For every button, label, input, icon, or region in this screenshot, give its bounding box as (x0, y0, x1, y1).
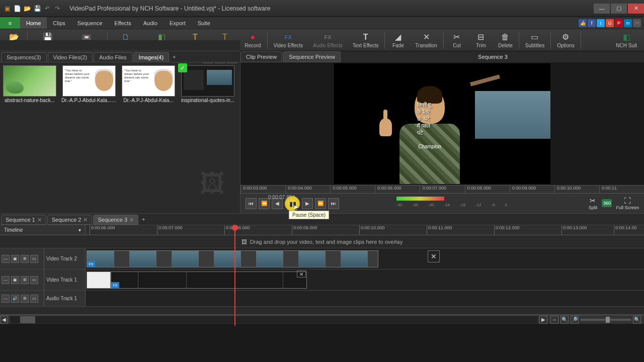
track-toggle-icon[interactable]: — (2, 255, 10, 263)
go-start-button[interactable]: ⏮ (246, 198, 257, 209)
next-frame-button[interactable]: ⏩ (315, 198, 326, 209)
timeline-ruler[interactable]: 0:00:06.000 0:00:07.000 0:00:08.000 0:00… (86, 225, 644, 235)
menu-export[interactable]: Export (164, 17, 192, 29)
images-bin-tab[interactable]: Images (4) (133, 52, 170, 62)
bin-item[interactable]: abstract-nature-back... (2, 65, 57, 103)
split-button[interactable]: ✂Split (588, 197, 598, 210)
zoom-slider[interactable] (581, 319, 631, 321)
pause-button[interactable]: ▮▮ ➤ (285, 196, 300, 211)
delete-button[interactable]: 🗑Delete (493, 31, 518, 49)
undo-icon[interactable]: ↶ (43, 5, 51, 13)
track-toggle-icon[interactable]: — (2, 276, 10, 284)
thumbnail-kalam-1: "You have to dream before your dreams ca… (62, 65, 116, 97)
tooltip: Pause (Space) (289, 211, 329, 219)
scroll-left-button[interactable]: ◀ (0, 316, 8, 324)
track-content[interactable]: FX ✕ (86, 269, 644, 290)
video-files-bin-tab[interactable]: Video Files (2) (48, 52, 93, 62)
new-icon[interactable]: 📄 (13, 5, 21, 13)
add-sequence-tab[interactable]: + (138, 214, 148, 225)
track-mute-icon[interactable]: 🔊 (11, 295, 19, 303)
track-content[interactable]: FX ✕ (86, 248, 644, 269)
menu-audio[interactable]: Audio (137, 17, 164, 29)
maximize-button[interactable]: ▢ (611, 4, 627, 14)
sequence-preview-tab[interactable]: Sequence Preview (283, 51, 341, 62)
fit-button[interactable]: ↔ (550, 316, 558, 324)
track-preview-icon[interactable]: ▣ (11, 255, 19, 263)
close-button[interactable]: ✕ (628, 4, 644, 14)
track-preview-icon[interactable]: ▣ (11, 276, 19, 284)
file-menu-button[interactable]: ≡ (0, 17, 20, 29)
clip-transition-icon[interactable]: ✕ (297, 270, 306, 278)
timeline-mode-selector[interactable]: Timeline▾ (0, 225, 86, 235)
track-link-icon[interactable]: ⊞ (21, 255, 29, 263)
track-link-icon[interactable]: ⊞ (21, 276, 29, 284)
preview-ruler[interactable]: 0:00:03.0000:00:04.000 0:00:05.0000:00:0… (240, 185, 644, 193)
share-icon[interactable]: ⋯ (633, 19, 641, 27)
add-bin-tab[interactable]: + (169, 51, 179, 62)
trim-button[interactable]: ⊟Trim (469, 31, 493, 49)
like-icon[interactable]: 👍 (579, 19, 587, 27)
clip-preview-tab[interactable]: Clip Preview (240, 51, 282, 62)
overlay-icon: 🖼 (242, 239, 247, 245)
minimize-button[interactable]: — (594, 4, 610, 14)
zoom-in-button[interactable]: 🔎 (571, 316, 579, 324)
audio-effects-button[interactable]: FXAudio Effects (308, 31, 348, 49)
record-button[interactable]: ●Record (239, 31, 266, 49)
subtitles-button[interactable]: ▭Subtitles (520, 31, 549, 49)
vu-meter: -42-36 -30-24 -18-12 -60 (396, 197, 507, 211)
zoom-out-button[interactable]: 🔍 (560, 316, 569, 324)
google-icon[interactable]: G (606, 19, 614, 27)
sequence-2-tab[interactable]: Sequence 2✕ (47, 215, 93, 225)
preview-title: Sequence 3 (342, 51, 644, 62)
track-link-icon[interactable]: ⊞ (21, 295, 29, 303)
video-clip[interactable]: FX (87, 250, 378, 267)
clip-transition-icon[interactable]: ✕ (428, 250, 440, 262)
scroll-right-button[interactable]: ▶ (539, 316, 547, 324)
sequence-3-tab[interactable]: Sequence 3✕ (93, 215, 138, 225)
save-icon[interactable]: 💾 (33, 5, 41, 13)
sequence-1-tab[interactable]: Sequence 1✕ (1, 215, 46, 225)
open-icon[interactable]: 📂 (23, 5, 31, 13)
track-fx-icon[interactable]: ▭ (30, 255, 38, 263)
fullscreen-button[interactable]: ⛶Full Screen (616, 197, 639, 210)
playhead[interactable] (234, 225, 235, 326)
go-end-button[interactable]: ⏭ (328, 198, 339, 209)
twitter-icon[interactable]: t (597, 19, 605, 27)
audio-files-bin-tab[interactable]: Audio Files (94, 52, 132, 62)
menu-sequence[interactable]: Sequence (71, 17, 109, 29)
image-clip-quote[interactable] (87, 272, 111, 289)
image-clip-inspirational[interactable]: FX (111, 272, 307, 289)
menu-suite[interactable]: Suite (192, 17, 216, 29)
menu-clips[interactable]: Clips (47, 17, 71, 29)
redo-icon[interactable]: ↷ (53, 5, 61, 13)
track-fx-icon[interactable]: ▭ (30, 276, 38, 284)
step-forward-button[interactable]: ▶ (302, 198, 313, 209)
close-icon[interactable]: ✕ (129, 217, 134, 223)
horizontal-scrollbar[interactable] (10, 316, 537, 323)
linkedin-icon[interactable]: in (624, 19, 632, 27)
360-button[interactable]: 360 (602, 199, 612, 208)
text-effects-button[interactable]: TText Effects (348, 31, 384, 49)
menu-home[interactable]: Home (20, 17, 47, 29)
track-content[interactable] (86, 291, 644, 306)
menu-effects[interactable]: Effects (108, 17, 137, 29)
overlay-drop-hint[interactable]: 🖼 Drag and drop your video, text and ima… (0, 235, 644, 248)
options-button[interactable]: ⚙Options (552, 31, 579, 49)
bin-item[interactable]: "You have to dream before your dreams ca… (61, 65, 117, 103)
close-icon[interactable]: ✕ (83, 217, 88, 223)
pinterest-icon[interactable]: P (615, 19, 623, 27)
track-toggle-icon[interactable]: — (2, 295, 10, 303)
bin-item[interactable]: ✓ inspirational-quotes-in... (180, 65, 235, 103)
close-icon[interactable]: ✕ (37, 217, 42, 223)
selected-check-icon: ✓ (178, 63, 187, 72)
bin-item[interactable]: "You have to dream before your dreams ca… (121, 65, 176, 103)
cut-button[interactable]: ✂Cut (445, 31, 469, 49)
fade-button[interactable]: ◢Fade (386, 31, 410, 49)
zoom-full-button[interactable]: 🔍 (633, 316, 641, 324)
nch-suite-button[interactable]: ◧NCH Suit (611, 31, 642, 49)
sequences-bin-tab[interactable]: Sequences (3) (1, 52, 47, 62)
transition-button[interactable]: ✕Transition (410, 31, 442, 49)
track-fx-icon[interactable]: ▭ (30, 295, 38, 303)
video-effects-button[interactable]: FXVideo Effects (269, 31, 308, 49)
facebook-icon[interactable]: f (588, 19, 596, 27)
